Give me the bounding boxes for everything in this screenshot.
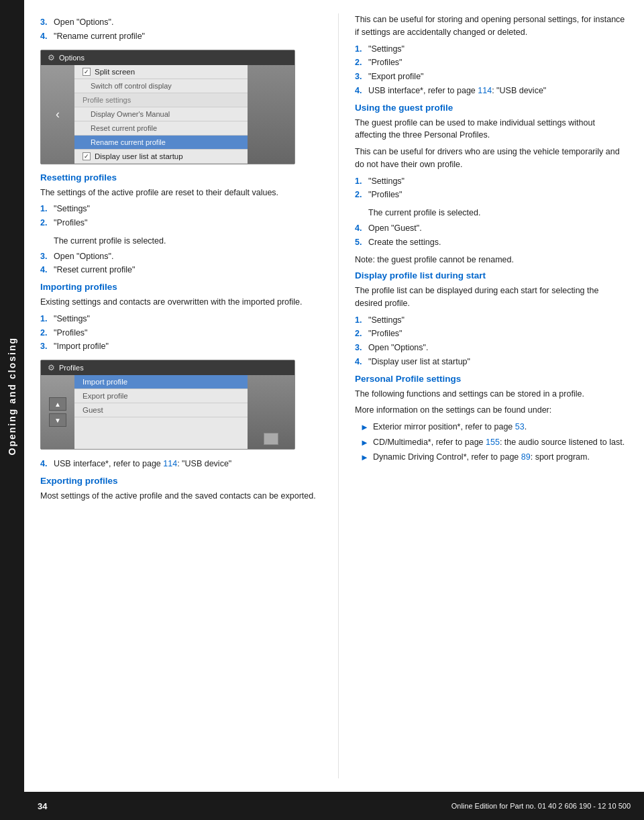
step-item: 4. "Display user list at startup" <box>355 356 628 368</box>
page-ref: 114 <box>478 86 492 95</box>
personal-profile-para2: More information on the settings can be … <box>355 404 628 417</box>
step-text: "Profiles" <box>368 327 402 340</box>
display-profile-list-heading: Display profile list during start <box>355 270 628 280</box>
guest-steps-cont: 4. Open "Guest". 5. Create the settings. <box>355 222 628 249</box>
step-item: 5. Create the settings. <box>355 236 628 249</box>
menu-item-label: Rename current profile <box>91 138 166 146</box>
step-text: "Profiles" <box>54 327 88 340</box>
step-text: "Profiles" <box>368 189 402 201</box>
guest-note: Note: the guest profile cannot be rename… <box>355 254 628 266</box>
menu-item-label: Display user list at startup <box>95 152 183 160</box>
profiles-screenshot: ⚙ Profiles ▲ ▼ Import profile Export pro… <box>40 360 295 450</box>
step-text: "Reset current profile" <box>54 264 135 276</box>
step-note: The current profile is selected. <box>54 235 322 248</box>
menu-item-label: Reset current profile <box>91 124 157 132</box>
profiles-menu-area: ▲ ▼ Import profile Export profile Guest <box>41 375 294 449</box>
step-number: 2. <box>355 56 366 69</box>
importing-profiles-section: Importing profiles Existing settings and… <box>40 282 322 353</box>
exporting-profiles-para: Most settings of the active profile and … <box>40 490 322 503</box>
page-ref: 155 <box>486 438 500 447</box>
step-number: 4. <box>40 458 51 470</box>
personal-profile-item-3: ► Dynamic Driving Control*, refer to pag… <box>360 451 628 464</box>
profiles-menu-item-guest: Guest <box>74 403 248 417</box>
step-item: 4. USB interface*, refer to page 114: "U… <box>355 85 628 97</box>
step-number: 4. <box>40 30 51 43</box>
menu-item-label: Switch off control display <box>91 82 172 90</box>
profiles-menu: Import profile Export profile Guest <box>74 375 248 449</box>
menu-item-label: Display Owner's Manual <box>91 110 170 118</box>
page-ref: 89 <box>521 452 531 462</box>
exporting-profiles-heading: Exporting profiles <box>40 476 322 486</box>
step-text: "Profiles" <box>368 56 402 69</box>
checkbox-icon <box>83 152 91 160</box>
options-screenshot: ⚙ Options ‹ Split screen Switch off cont… <box>40 50 295 164</box>
step-item: 1. "Settings" <box>355 314 628 327</box>
menu-item-label: Split screen <box>95 68 135 76</box>
menu-item-profile-settings-header: Profile settings <box>74 93 248 107</box>
step-item: 1. "Settings" <box>355 175 628 188</box>
step-text: "Settings" <box>54 313 90 325</box>
right-column: This can be useful for storing and openi… <box>355 13 628 778</box>
step-item: 4. Open "Guest". <box>355 222 628 235</box>
step-text: Create the settings. <box>368 236 441 249</box>
step-item: 2. "Profiles" <box>355 56 628 69</box>
sub-item-text: Dynamic Driving Control*, refer to page … <box>373 451 590 464</box>
page-number: 34 <box>13 801 47 811</box>
step-note: The current profile is selected. <box>368 207 628 219</box>
usb-icon <box>264 433 278 445</box>
step-item: 2. "Profiles" <box>355 327 628 340</box>
screenshot-right-area <box>248 375 294 449</box>
left-column: 3. Open "Options". 4. "Rename current pr… <box>40 13 322 778</box>
top-steps: 3. Open "Options". 4. "Rename current pr… <box>40 16 322 43</box>
step-number: 3. <box>40 250 51 263</box>
guest-steps: 1. "Settings" 2. "Profiles" <box>355 175 628 202</box>
resetting-steps: 1. "Settings" 2. "Profiles" <box>40 203 322 229</box>
guest-profile-section: Using the guest profile The guest profil… <box>355 103 628 267</box>
resetting-profiles-section: Resetting profiles The settings of the a… <box>40 172 322 277</box>
step-item: 4. "Rename current profile" <box>40 30 322 43</box>
step-number: 3. <box>355 70 366 83</box>
step-text: Open "Options". <box>54 16 113 29</box>
menu-section-label: Profile settings <box>83 96 131 104</box>
chapter-tab-label: Opening and closing <box>7 337 17 455</box>
step-text: Open "Options". <box>368 342 428 354</box>
resetting-profiles-heading: Resetting profiles <box>40 172 322 183</box>
step-text: "Rename current profile" <box>54 30 145 43</box>
step-item: 1. "Settings" <box>40 313 322 325</box>
step-item: 2. "Profiles" <box>40 217 322 229</box>
arrow-icon: ► <box>360 451 369 464</box>
screenshot-titlebar: ⚙ Profiles <box>41 360 294 375</box>
importing-profiles-para: Existing settings and contacts are overw… <box>40 296 322 309</box>
left-arrow-icon: ‹ <box>56 107 60 121</box>
step-text: "Settings" <box>54 203 90 215</box>
step-item: 3. "Import profile" <box>40 340 322 353</box>
step-text: "Display user list at startup" <box>368 356 470 368</box>
screenshot-left-area: ▲ ▼ <box>41 375 74 449</box>
screenshot-title: Options <box>59 54 85 62</box>
step-number: 3. <box>40 340 51 353</box>
menu-item-split-screen: Split screen <box>74 65 248 79</box>
arrow-icon: ► <box>360 421 369 434</box>
step-item: 3. Open "Options". <box>355 342 628 354</box>
step-number: 2. <box>355 327 366 340</box>
export-continued-para: This can be useful for storing and openi… <box>355 13 628 39</box>
step-text: USB interface*, refer to page 114: "USB … <box>368 85 546 97</box>
step-item: 3. Open "Options". <box>40 250 322 263</box>
step-number: 3. <box>355 342 366 354</box>
menu-item-rename-profile: Rename current profile <box>74 136 248 150</box>
footer-text: Online Edition for Part no. 01 40 2 606 … <box>451 802 631 810</box>
step-text: "Settings" <box>368 175 405 188</box>
guest-profile-para2: This can be useful for drivers who are u… <box>355 146 628 171</box>
step-item: 2. "Profiles" <box>40 327 322 340</box>
screenshot-right-area <box>248 65 294 164</box>
step-item: 3. "Export profile" <box>355 70 628 83</box>
page-ref: 114 <box>163 459 177 468</box>
step-text: Open "Options". <box>54 250 113 263</box>
menu-item-reset-profile: Reset current profile <box>74 121 248 136</box>
step-item: 1. "Settings" <box>355 43 628 56</box>
export-steps: 1. "Settings" 2. "Profiles" 3. "Export p… <box>355 43 628 97</box>
step-item: 4. USB interface*, refer to page 114: "U… <box>40 458 322 470</box>
step-number: 2. <box>40 217 51 229</box>
step-number: 1. <box>355 43 366 56</box>
export-continued-section: This can be useful for storing and openi… <box>355 13 628 97</box>
